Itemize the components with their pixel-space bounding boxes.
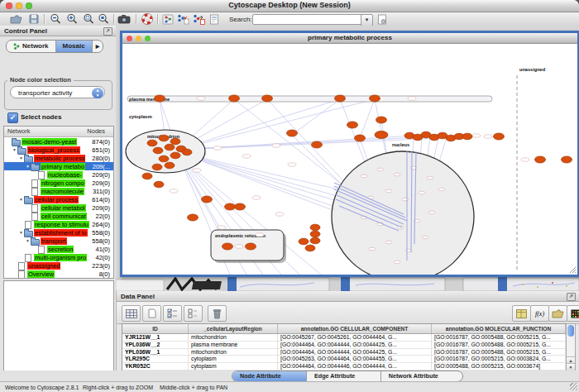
select-attributes-icon[interactable]: [163, 305, 182, 322]
col-cellular-layout-region[interactable]: _cellularLayoutRegion: [189, 324, 278, 333]
expander-icon[interactable]: ▼: [25, 238, 31, 243]
expander-icon[interactable]: ▼: [18, 197, 24, 202]
toolbar-separator: [44, 14, 45, 24]
tree-row-cell-communication[interactable]: cell communicat22(0): [4, 212, 113, 220]
search-dropdown-icon[interactable]: ▼: [361, 14, 373, 26]
folder-icon: [24, 230, 32, 236]
col-go-cellular-component[interactable]: annotation.GO CELLULAR_COMPONENT: [278, 324, 432, 333]
file-icon: [17, 263, 26, 269]
dropdown-stepper-icon: ▲▼: [92, 88, 103, 98]
ontology-wizard-icon[interactable]: [160, 13, 175, 25]
tree-row-unassigned[interactable]: unassigned223(0): [4, 261, 113, 270]
svg-text:nucleus: nucleus: [392, 142, 409, 147]
search-input[interactable]: [252, 14, 365, 25]
tab-network[interactable]: Network: [7, 41, 55, 52]
tree-row-primary-metabolic[interactable]: ▼primary metabo209(...: [4, 162, 113, 170]
folder-icon: [31, 238, 39, 244]
tab-overflow-icon[interactable]: ▶: [92, 41, 103, 52]
tree-row-nitrogen-compound[interactable]: nitrogen compo209(0): [4, 179, 113, 187]
tree-row-establishment-of-localization[interactable]: ▼establishment of lo558(0): [4, 228, 113, 237]
file-icon: [31, 180, 39, 186]
tree-row-transport[interactable]: ▼transport558(0): [4, 237, 113, 245]
network-view-titlebar[interactable]: primary metabolic process: [122, 33, 577, 44]
expander-icon[interactable]: ▼: [18, 155, 24, 160]
tree-row-secretion[interactable]: secretion41(0): [4, 245, 113, 253]
function-builder-icon[interactable]: f(x): [530, 305, 549, 322]
col-go-molecular-function[interactable]: annotation.GO MOLECULAR_FUNCTION: [432, 324, 566, 333]
cytoscape-main-window: Cytoscape Desktop (New Session): [0, 0, 579, 392]
import-network-icon[interactable]: [175, 13, 190, 25]
tree-row-nucleobase[interactable]: nucleobase-209(0): [4, 170, 113, 179]
tree-col-nodes[interactable]: Nodes: [87, 127, 105, 136]
table-scrollbar[interactable]: ▲ ▼: [566, 323, 576, 371]
node-color-attribute-select[interactable]: transporter activity ▲▼: [10, 86, 105, 98]
attribute-matrix-icon[interactable]: [122, 305, 141, 322]
merge-network-icon[interactable]: [191, 13, 206, 25]
zoom-in-icon[interactable]: [65, 13, 79, 25]
network-tree-header: Network Nodes: [4, 127, 113, 137]
tab-node-attribute-browser[interactable]: Node Attribute Browser: [232, 371, 306, 381]
import-attributes-icon[interactable]: [548, 305, 567, 322]
table-row[interactable]: YPL036W__1 mitochondrion [GO:0044464, GO…: [122, 349, 566, 356]
table-row[interactable]: YJR121W__1 mitochondrion [GO:0045267, GO…: [122, 334, 566, 342]
expander-icon[interactable]: ▼: [25, 164, 31, 169]
svg-text:cytoplasm: cytoplasm: [129, 114, 152, 119]
attribute-batch-editor-icon[interactable]: [512, 305, 531, 322]
search-options-icon[interactable]: [375, 13, 390, 25]
attribute-browser-tabs-bar: Node Attribute Browser Edge Attribute Br…: [0, 370, 579, 381]
zoom-fit-icon[interactable]: [96, 13, 111, 25]
tab-edge-attribute-browser[interactable]: Edge Attribute Browser: [306, 371, 380, 381]
nucleus-region[interactable]: [332, 151, 474, 275]
expander-icon[interactable]: ▼: [18, 230, 24, 235]
network-tree-icon: [13, 43, 20, 50]
file-icon: [37, 246, 45, 252]
frame-resize-grip-icon[interactable]: [570, 267, 576, 273]
control-panel-header: Control Panel ↗: [0, 26, 116, 36]
tab-network-label: Network: [22, 41, 49, 52]
tab-mosaic[interactable]: Mosaic: [55, 41, 92, 52]
tree-row-cellular-metabolic[interactable]: cellular metabol209(0): [4, 203, 113, 212]
save-icon[interactable]: [26, 13, 41, 25]
expander-icon[interactable]: ▼: [12, 147, 17, 152]
tab-network-attribute-browser[interactable]: Network Attribute Browser: [380, 371, 462, 381]
folder-icon: [17, 147, 26, 153]
col-id[interactable]: ID: [122, 324, 189, 333]
tree-row-macromolecule[interactable]: macromolecule311(0): [4, 187, 113, 195]
table-row[interactable]: YLR295C cytoplasm [GO:0045263, GO:004446…: [122, 356, 566, 363]
attribute-table-header: ID _cellularLayoutRegion annotation.GO C…: [122, 324, 566, 334]
tree-col-network[interactable]: Network: [7, 127, 31, 136]
help-lifesaver-icon[interactable]: [140, 13, 155, 25]
scroll-down-icon[interactable]: ▼: [567, 363, 575, 370]
open-file-icon[interactable]: [8, 13, 23, 25]
table-row[interactable]: YKR052C cytoplasm [GO:0044464, GO:004444…: [122, 363, 566, 370]
annotation-document-icon[interactable]: [207, 13, 222, 25]
new-attribute-icon[interactable]: [142, 305, 161, 322]
snapshot-camera-icon[interactable]: [117, 13, 132, 25]
zoom-out-icon[interactable]: [48, 13, 63, 25]
tree-row-multi-organism[interactable]: multi-organism pro42(0): [4, 253, 113, 261]
tree-row-mosaic-demo-yeast[interactable]: mosaic-demo-yeast874(0): [4, 137, 113, 146]
float-panel-icon[interactable]: ↗: [567, 293, 576, 301]
folder-icon: [31, 164, 39, 170]
tree-row-cellular-process[interactable]: ▼cellular process614(0): [4, 195, 113, 203]
attribute-table: ID _cellularLayoutRegion annotation.GO C…: [122, 323, 567, 373]
network-canvas[interactable]: plasma membrane cytoplasm mitochondrion …: [122, 44, 577, 275]
tree-row-metabolic-process[interactable]: ▼metabolic process280(0): [4, 154, 113, 162]
node-color-selection-legend: Node color selection: [7, 76, 74, 84]
zoom-selected-icon[interactable]: [81, 13, 96, 25]
folder-icon: [12, 139, 20, 145]
float-panel-icon[interactable]: ↗: [103, 27, 112, 36]
scrollbar-thumb[interactable]: [567, 325, 574, 337]
window-resize-grip-icon[interactable]: [570, 383, 577, 390]
table-row[interactable]: YPL036W__2 plasma membrane [GO:0044464, …: [122, 342, 566, 349]
file-icon: [37, 172, 45, 178]
tree-row-overview[interactable]: Overview8(0): [4, 270, 113, 278]
plasma-membrane-region[interactable]: [127, 96, 492, 102]
heatmap-icon[interactable]: [567, 305, 579, 322]
unselect-attributes-icon[interactable]: [184, 305, 203, 322]
tree-row-biological-process[interactable]: ▼biological_process651(0): [4, 146, 113, 154]
select-nodes-checkbox[interactable]: ✓: [7, 112, 18, 123]
toolbar-separator: [157, 14, 159, 24]
delete-attribute-icon[interactable]: [208, 305, 227, 322]
tree-row-response-to-stimulus[interactable]: response to stimulu264(0): [4, 220, 113, 228]
